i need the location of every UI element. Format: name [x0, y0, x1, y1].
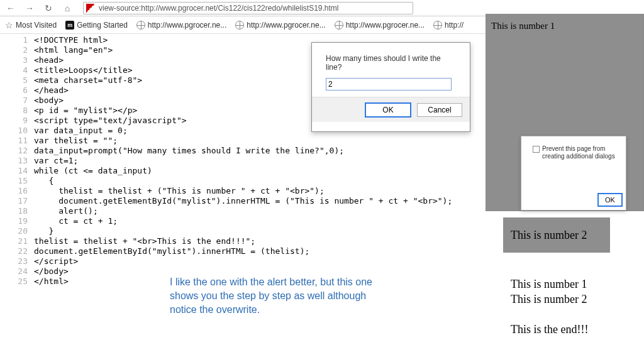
line-number: 5 [13, 75, 28, 85]
prevent-label: Prevent this page from creating addition… [542, 145, 621, 160]
code-line-text: var thelist = ""; [34, 136, 118, 146]
line-number: 7 [13, 96, 28, 106]
code-line-text: <title>Loops</title> [34, 65, 133, 75]
final-output: This is number 1 This is number 2 This i… [511, 277, 588, 337]
code-line-text: thelist = thelist + "<br>This is the end… [34, 236, 255, 246]
site-icon [86, 4, 95, 13]
code-line-text: <body> [34, 96, 64, 106]
line-number: 14 [13, 166, 28, 176]
line-number: 15 [13, 176, 28, 186]
line-number: 4 [13, 65, 28, 75]
line-number: 9 [13, 116, 28, 126]
prevent-dialog: Prevent this page from creating addition… [521, 136, 626, 211]
line-number: 10 [13, 126, 28, 136]
code-line-text: <head> [34, 55, 64, 65]
line-number: 3 [13, 55, 28, 65]
code-line-text: while (ct <= data_input) [34, 166, 152, 176]
line-number: 13 [13, 156, 28, 166]
line-number: 2 [13, 45, 28, 55]
code-line-text: document.getElementById("mylist").innerH… [34, 246, 309, 256]
line-number: 23 [13, 256, 28, 266]
line-number: 12 [13, 146, 28, 156]
code-line-text: <meta charset="utf-8"> [34, 75, 142, 85]
address-bar[interactable]: view-source:http://www.pgrocer.net/Cis12… [83, 2, 413, 14]
line-number: 21 [13, 236, 28, 246]
output-line-2: This is number 2 [511, 292, 588, 307]
code-line-text: </script> [34, 256, 78, 266]
globe-icon [335, 21, 343, 30]
line-number: 11 [13, 136, 28, 146]
globe-icon [136, 21, 145, 30]
back-icon[interactable]: ← [5, 3, 16, 14]
mozilla-icon: m [65, 21, 74, 30]
prevent-checkbox[interactable] [533, 146, 540, 153]
code-line-text: <html lang="en"> [34, 45, 113, 55]
alert-1-text: This is number 1 [486, 14, 643, 31]
forward-icon[interactable]: → [24, 3, 35, 14]
line-number: 24 [13, 266, 28, 277]
output-end: This is the end!!! [511, 322, 588, 337]
code-line-text: <!DOCTYPE html> [34, 35, 108, 45]
line-number: 22 [13, 246, 28, 256]
line-number: 17 [13, 196, 28, 206]
globe-icon [235, 21, 244, 30]
output-line-1: This is number 1 [511, 277, 588, 292]
bookmark-link-1[interactable]: http://www.pgrocer.ne... [136, 21, 226, 30]
line-number: 18 [13, 206, 28, 216]
prompt-dialog: How many times should I write the line? … [311, 42, 470, 132]
code-line-text: var ct=1; [34, 156, 78, 166]
code-line-text: </head> [34, 85, 69, 96]
code-line-text: thelist = thelist + ("This is number " +… [34, 186, 325, 196]
line-number: 6 [13, 85, 28, 96]
alert-panel-1: This is number 1 Prevent this page from … [486, 14, 644, 211]
prompt-input[interactable] [326, 78, 452, 90]
code-line-text: </html> [34, 277, 69, 287]
alert-panel-2: This is number 2 [503, 217, 610, 253]
reload-icon[interactable]: ↻ [43, 3, 54, 14]
code-line-text: <script type="text/javascript"> [34, 116, 187, 126]
code-line-text: data_input=prompt("How many times should… [34, 146, 344, 156]
line-number: 1 [13, 35, 28, 45]
line-number: 19 [13, 216, 28, 226]
bookmark-link-2[interactable]: http://www.pgrocer.ne... [235, 21, 325, 30]
star-icon: ☆ [5, 20, 13, 30]
bookmark-link-4[interactable]: http:// [433, 21, 464, 30]
code-line-text: { [34, 176, 53, 186]
alert-ok-button[interactable]: OK [598, 194, 622, 206]
annotation-text: I like the one with the alert better, bu… [170, 275, 377, 317]
prompt-question: How many times should I write the line? [326, 54, 458, 72]
code-line-text: var data_input = 0; [34, 126, 128, 136]
line-number: 16 [13, 186, 28, 196]
code-line-text: <p id = "mylist"></p> [34, 106, 137, 116]
globe-icon [433, 21, 442, 30]
alert-2-text: This is number 2 [511, 229, 587, 242]
line-number: 8 [13, 106, 28, 116]
code-line-text: ct = ct + 1; [34, 216, 118, 226]
bookmark-most-visited[interactable]: ☆Most Visited [5, 20, 57, 30]
code-line-text: alert(); [34, 206, 98, 216]
bookmark-getting-started[interactable]: mGetting Started [65, 21, 128, 30]
home-icon[interactable]: ⌂ [62, 3, 73, 14]
cancel-button[interactable]: Cancel [417, 103, 462, 117]
code-line-text: document.getElementById("mylist").innerH… [34, 196, 452, 206]
line-number: 20 [13, 226, 28, 236]
line-number: 25 [13, 277, 28, 287]
ok-button[interactable]: OK [365, 103, 411, 117]
code-line-text: </body> [34, 266, 69, 277]
code-line-text: } [34, 226, 53, 236]
url-text: view-source:http://www.pgrocer.net/Cis12… [99, 4, 339, 13]
bookmark-link-3[interactable]: http://www.pgrocer.ne... [335, 21, 425, 30]
